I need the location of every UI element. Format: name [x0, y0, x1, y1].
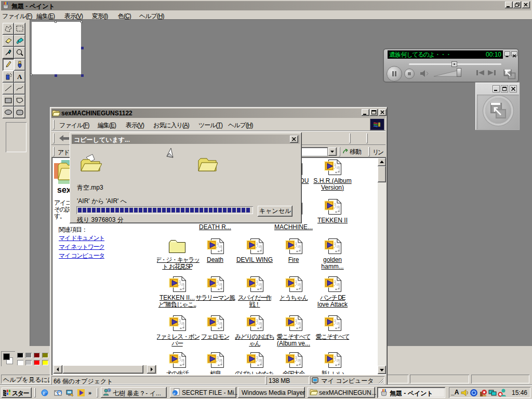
svg-text:A: A	[17, 73, 22, 81]
svg-text:e: e	[174, 391, 176, 396]
svg-text:e: e	[43, 390, 45, 396]
